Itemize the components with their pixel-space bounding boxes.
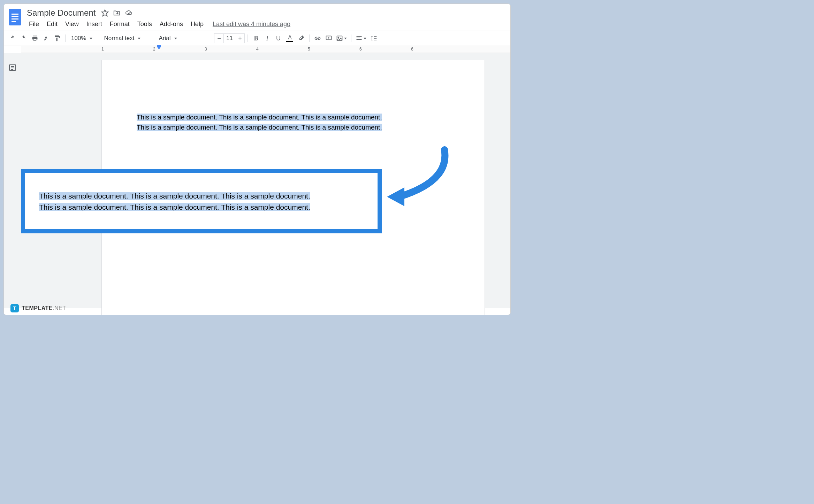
menubar: File Edit View Insert Format Tools Add-o… [25,19,506,31]
watermark: T TEMPLATE.NET [10,304,66,312]
chevron-down-icon [174,38,177,39]
star-icon[interactable] [101,9,109,17]
ruler-mark: 4 [256,47,259,52]
svg-rect-12 [157,45,161,47]
increase-font-button[interactable]: + [235,34,244,43]
svg-rect-9 [357,36,362,37]
callout-line1: This is a sample document. This is a sam… [39,192,310,200]
underline-button[interactable]: U [273,33,283,44]
menu-insert[interactable]: Insert [83,19,106,29]
last-edit-link[interactable]: Last edit was 4 minutes ago [213,21,290,28]
align-button[interactable] [354,33,368,44]
undo-button[interactable] [7,33,18,44]
arrow-annotation [376,146,453,210]
menu-addons[interactable]: Add-ons [156,19,187,29]
ruler-mark: 6 [411,47,413,52]
font-value: Arial [159,35,170,42]
font-size-input[interactable] [223,34,235,43]
italic-button[interactable]: I [262,33,272,44]
watermark-icon: T [10,304,19,312]
menu-view[interactable]: View [62,19,82,29]
ruler-mark: 3 [205,47,207,52]
docs-logo[interactable] [8,8,22,26]
menu-file[interactable]: File [25,19,43,29]
svg-point-8 [338,37,339,38]
menu-tools[interactable]: Tools [134,19,155,29]
add-comment-button[interactable] [324,33,334,44]
redo-button[interactable] [18,33,29,44]
outline-button[interactable] [8,63,17,308]
callout-box: This is a sample document. This is a sam… [21,169,382,233]
toolbar: 100% Normal text Arial − + B I U A [4,31,510,46]
ruler-mark: 6 [359,47,362,52]
bold-button[interactable]: B [251,33,261,44]
selected-text-line1: This is a sample document. This is a sam… [137,114,382,121]
menu-edit[interactable]: Edit [43,19,61,29]
chevron-down-icon [90,38,92,39]
indent-marker[interactable] [156,45,162,52]
ruler[interactable]: 1 2 3 4 5 6 6 [21,46,510,53]
svg-rect-10 [357,38,360,38]
insert-image-button[interactable] [335,33,348,44]
text-color-button[interactable]: A [284,33,295,44]
menu-format[interactable]: Format [106,19,133,29]
svg-marker-5 [102,10,108,16]
line-spacing-button[interactable] [368,33,379,44]
ruler-mark: 2 [153,47,155,52]
svg-marker-13 [157,47,161,49]
svg-rect-3 [12,18,18,20]
cloud-status-icon[interactable] [125,9,133,17]
svg-rect-4 [12,21,16,22]
move-folder-icon[interactable] [113,9,121,17]
svg-marker-18 [387,187,404,206]
document-paragraph[interactable]: This is a sample document. This is a sam… [137,113,450,132]
zoom-dropdown[interactable]: 100% [68,33,95,44]
paint-format-button[interactable] [52,33,62,44]
zoom-value: 100% [71,35,86,42]
ruler-mark: 1 [101,47,104,52]
style-dropdown[interactable]: Normal text [101,33,150,44]
style-value: Normal text [104,35,134,42]
selected-text-line2: This is a sample document. This is a sam… [137,124,382,131]
menu-help[interactable]: Help [187,19,207,29]
svg-rect-1 [12,14,18,15]
chevron-down-icon [138,38,140,39]
svg-rect-11 [357,39,362,40]
callout-line2: This is a sample document. This is a sam… [39,203,310,211]
font-dropdown[interactable]: Arial [156,33,208,44]
decrease-font-button[interactable]: − [214,34,223,43]
ruler-mark: 5 [308,47,310,52]
highlight-button[interactable] [296,33,306,44]
spellcheck-button[interactable] [41,33,51,44]
insert-link-button[interactable] [312,33,323,44]
font-size-control: − + [214,33,245,43]
chevron-down-icon [344,38,347,39]
print-button[interactable] [30,33,40,44]
document-title[interactable]: Sample Document [25,8,97,18]
svg-rect-2 [12,16,18,17]
chevron-down-icon [364,38,366,39]
watermark-text: TEMPLATE.NET [22,305,66,311]
